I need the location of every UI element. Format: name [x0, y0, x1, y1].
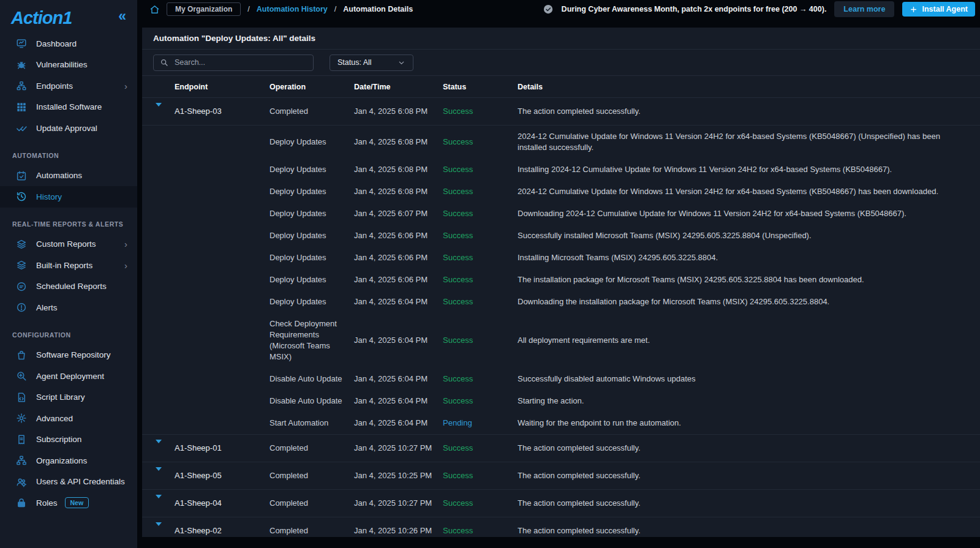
- action1-logo[interactable]: Action1: [11, 8, 72, 28]
- cell-details: Installing 2024-12 Cumulative Update for…: [518, 164, 980, 175]
- expand-arrow-icon[interactable]: [153, 523, 164, 537]
- cell-details: The action completed successfully.: [518, 470, 980, 481]
- cell-datetime: Jan 4, 2025 10:27 PM: [354, 443, 443, 454]
- endpoint-row[interactable]: A1-Sheep-04CompletedJan 4, 2025 10:27 PM…: [142, 490, 980, 517]
- status-badge: Success: [443, 106, 518, 117]
- operation-row: Deploy UpdatesJan 4, 2025 6:07 PMSuccess…: [142, 203, 980, 225]
- expand-arrow-icon[interactable]: [153, 103, 164, 119]
- sidebar-item-update-approval[interactable]: Update Approval: [0, 118, 137, 139]
- sidebar-item-dashboard[interactable]: Dashboard: [0, 33, 137, 54]
- cell-datetime: Jan 4, 2025 6:04 PM: [354, 373, 443, 385]
- cell-details: 2024-12 Cumulative Update for Windows 11…: [518, 186, 980, 197]
- operation-row: Deploy UpdatesJan 4, 2025 6:08 PMSuccess…: [142, 159, 980, 181]
- file-code-icon: [16, 392, 27, 403]
- cell-details: All deployment requirements are met.: [518, 335, 980, 346]
- search-icon: [160, 58, 168, 67]
- triangle-down-icon: [156, 495, 162, 508]
- table-header-row: EndpointOperationDate/TimeStatusDetails: [142, 76, 980, 98]
- chevron-right-icon: ›: [124, 81, 127, 91]
- breadcrumb-automation-history-link[interactable]: Automation History: [257, 5, 328, 13]
- install-agent-button[interactable]: Install Agent: [902, 2, 975, 17]
- sidebar-item-users-api-credentials[interactable]: Users & API Credentials: [0, 471, 137, 493]
- status-badge: Success: [443, 373, 518, 385]
- endpoint-row[interactable]: A1-Sheep-03CompletedJan 4, 2025 6:08 PMS…: [142, 98, 980, 126]
- cell-datetime: Jan 4, 2025 6:06 PM: [354, 274, 443, 285]
- status-filter-value: Status: All: [337, 58, 372, 67]
- expand-arrow-icon[interactable]: [153, 495, 164, 511]
- endpoint-row[interactable]: A1-Sheep-02CompletedJan 4, 2025 10:26 PM…: [142, 517, 980, 537]
- status-filter-dropdown[interactable]: Status: All: [330, 54, 413, 71]
- sidebar-item-label: Installed Software: [36, 102, 102, 111]
- sidebar-item-alerts[interactable]: Alerts: [0, 297, 137, 318]
- alert-circle-icon: [16, 302, 27, 313]
- sidebar-item-built-in-reports[interactable]: Built-in Reports›: [0, 255, 137, 276]
- cell-spacer: [156, 299, 161, 304]
- cell-operation: Disable Auto Update: [270, 373, 354, 385]
- cell-details: The action completed successfully.: [518, 106, 980, 117]
- status-badge: Success: [443, 470, 518, 481]
- automation-details-panel: Automation "Deploy Updates: All" details…: [142, 28, 980, 537]
- cell-operation: Deploy Updates: [270, 137, 354, 148]
- cell-operation: Check Deployment Requirements (Microsoft…: [270, 318, 354, 362]
- sidebar-item-custom-reports[interactable]: Custom Reports›: [0, 234, 137, 255]
- sidebar-item-script-library[interactable]: Script Library: [0, 387, 137, 408]
- cell-details: Starting the action.: [518, 396, 980, 407]
- install-agent-label: Install Agent: [922, 5, 968, 13]
- cell-details: Downloading 2024-12 Cumulative Update fo…: [518, 208, 980, 219]
- sidebar: Action1 « DashboardVulnerabilitiesEndpoi…: [0, 0, 137, 548]
- cell-details: Installing Microsoft Teams (MSIX) 24295.…: [518, 252, 980, 263]
- operation-row: Disable Auto UpdateJan 4, 2025 6:04 PMSu…: [142, 368, 980, 390]
- sidebar-item-vulnerabilities[interactable]: Vulnerabilities: [0, 54, 137, 76]
- sidebar-item-automations[interactable]: Automations: [0, 165, 137, 187]
- endpoint-row[interactable]: A1-Sheep-01CompletedJan 4, 2025 10:27 PM…: [142, 435, 980, 462]
- cell-datetime: Jan 4, 2025 10:25 PM: [354, 470, 443, 481]
- expand-arrow-icon[interactable]: [153, 440, 164, 456]
- cell-endpoint: A1-Sheep-03: [175, 106, 270, 117]
- operation-row: Deploy UpdatesJan 4, 2025 6:08 PMSuccess…: [142, 126, 980, 159]
- sidebar-item-history[interactable]: History: [0, 186, 137, 208]
- sidebar-item-endpoints[interactable]: Endpoints›: [0, 75, 137, 97]
- sidebar-item-label: Vulnerabilities: [36, 60, 88, 69]
- chevron-right-icon: ›: [124, 261, 127, 270]
- home-icon[interactable]: [149, 4, 160, 15]
- sidebar-item-software-repository[interactable]: Software Repository: [0, 345, 137, 366]
- sidebar-item-advanced[interactable]: Advanced: [0, 408, 137, 429]
- sidebar-item-label: Script Library: [36, 392, 85, 402]
- sidebar-collapse-icon[interactable]: «: [118, 8, 126, 24]
- breadcrumb: My Organization / Automation History / A…: [149, 2, 413, 16]
- cell-spacer: [156, 189, 161, 194]
- column-header-endpoint: Endpoint: [175, 83, 270, 91]
- bug-icon: [16, 59, 27, 70]
- cell-datetime: Jan 4, 2025 6:04 PM: [354, 396, 443, 407]
- status-badge: Success: [443, 164, 518, 175]
- cell-operation: Disable Auto Update: [270, 396, 354, 407]
- sidebar-item-agent-deployment[interactable]: Agent Deployment: [0, 366, 137, 387]
- sidebar-item-organizations[interactable]: Organizations: [0, 450, 137, 471]
- sidebar-section-header: CONFIGURATION: [0, 318, 137, 345]
- sidebar-section-header: REAL-TIME REPORTS & ALERTS: [0, 208, 137, 234]
- endpoint-row[interactable]: A1-Sheep-05CompletedJan 4, 2025 10:25 PM…: [142, 462, 980, 490]
- cell-details: The installation package for Microsoft T…: [518, 274, 980, 285]
- breadcrumb-separator: /: [334, 5, 336, 13]
- sidebar-item-roles[interactable]: RolesNew: [0, 492, 137, 514]
- cell-details: Successfully installed Microsoft Teams (…: [518, 230, 980, 241]
- gear-icon: [16, 413, 27, 424]
- sidebar-item-subscription[interactable]: Subscription: [0, 429, 137, 451]
- calendar-check-icon: [16, 170, 27, 181]
- status-badge: Success: [443, 525, 518, 536]
- sidebar-item-label: Scheduled Reports: [36, 282, 107, 291]
- expand-arrow-icon[interactable]: [153, 468, 164, 484]
- status-badge: Success: [443, 186, 518, 197]
- search-input[interactable]: [173, 58, 307, 67]
- sidebar-item-scheduled-reports[interactable]: Scheduled Reports: [0, 276, 137, 298]
- filter-bar: Status: All: [142, 50, 980, 76]
- cell-spacer: [156, 167, 161, 172]
- learn-more-button[interactable]: Learn more: [834, 1, 894, 17]
- chevron-right-icon: ›: [124, 239, 127, 249]
- sidebar-item-installed-software[interactable]: Installed Software: [0, 97, 137, 118]
- cell-operation: Deploy Updates: [270, 252, 354, 263]
- breadcrumb-org-selector[interactable]: My Organization: [167, 2, 241, 16]
- grid-icon: [16, 102, 27, 113]
- cell-datetime: Jan 4, 2025 6:06 PM: [354, 230, 443, 241]
- topbar: My Organization / Automation History / A…: [137, 0, 980, 18]
